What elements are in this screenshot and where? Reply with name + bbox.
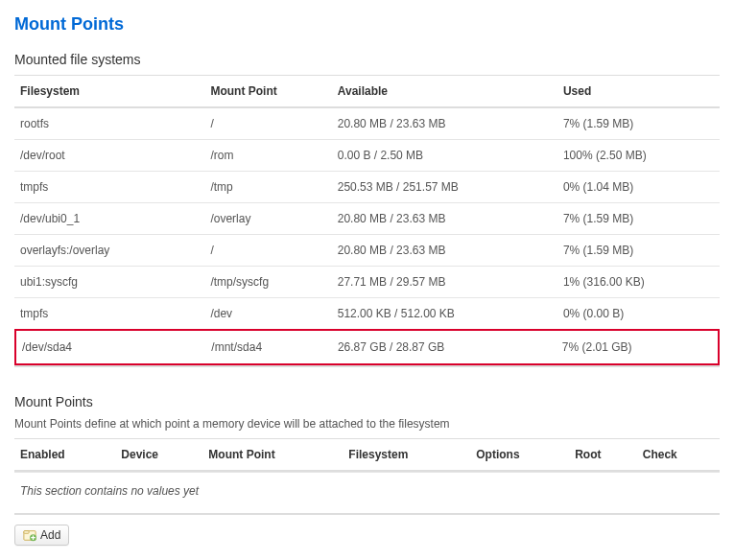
table-row: /dev/root/rom0.00 B / 2.50 MB100% (2.50 … xyxy=(14,140,720,172)
col-check: Check xyxy=(637,439,720,472)
cell-available: 250.53 MB / 251.57 MB xyxy=(332,172,557,203)
cell-mountpoint: /rom xyxy=(204,140,331,172)
cell-filesystem: /dev/root xyxy=(14,140,204,172)
mountpoints-legend: Mount Points xyxy=(14,394,720,409)
col-available: Available xyxy=(332,76,557,108)
mountpoints-empty-message: This section contains no values yet xyxy=(14,472,720,515)
cell-used: 7% (1.59 MB) xyxy=(557,107,720,140)
cell-used: 0% (1.04 MB) xyxy=(557,172,720,203)
cell-used: 100% (2.50 MB) xyxy=(557,140,720,172)
cell-used: 7% (2.01 GB) xyxy=(556,331,718,363)
col-mountpoint: Mount Point xyxy=(204,76,331,108)
table-row: /dev/ubi0_1/overlay20.80 MB / 23.63 MB7%… xyxy=(14,203,720,235)
table-row-highlighted: /dev/sda4/mnt/sda426.87 GB / 28.87 GB7% … xyxy=(14,329,720,366)
cell-available: 20.80 MB / 23.63 MB xyxy=(332,107,557,140)
table-row: rootfs/20.80 MB / 23.63 MB7% (1.59 MB) xyxy=(14,107,720,140)
cell-filesystem: /dev/ubi0_1 xyxy=(14,203,204,235)
highlight-box: /dev/sda4/mnt/sda426.87 GB / 28.87 GB7% … xyxy=(14,329,720,365)
add-icon xyxy=(23,528,36,542)
cell-available: 27.71 MB / 29.57 MB xyxy=(332,267,557,298)
col-root: Root xyxy=(569,439,637,472)
table-row: overlayfs:/overlay/20.80 MB / 23.63 MB7%… xyxy=(14,235,720,267)
cell-filesystem: /dev/sda4 xyxy=(16,331,205,363)
cell-filesystem: rootfs xyxy=(14,107,204,140)
add-button-label: Add xyxy=(40,528,60,542)
svg-rect-1 xyxy=(24,531,29,534)
cell-available: 512.00 KB / 512.00 KB xyxy=(332,298,557,330)
col-options: Options xyxy=(470,439,569,472)
cell-filesystem: overlayfs:/overlay xyxy=(14,235,204,267)
cell-used: 1% (316.00 KB) xyxy=(557,267,720,298)
page-title: Mount Points xyxy=(14,14,720,35)
cell-mountpoint: /overlay xyxy=(204,203,331,235)
cell-available: 20.80 MB / 23.63 MB xyxy=(332,203,557,235)
col-used: Used xyxy=(557,76,720,108)
col-fs: Filesystem xyxy=(343,439,470,472)
col-device: Device xyxy=(115,439,202,472)
cell-mountpoint: / xyxy=(204,107,331,140)
col-mp: Mount Point xyxy=(202,439,343,472)
cell-available: 20.80 MB / 23.63 MB xyxy=(332,235,557,267)
cell-available: 26.87 GB / 28.87 GB xyxy=(332,331,556,363)
mounted-fs-table: Filesystem Mount Point Available Used ro… xyxy=(14,75,720,367)
cell-mountpoint: /tmp xyxy=(204,172,331,203)
mountpoints-table: Enabled Device Mount Point Filesystem Op… xyxy=(14,438,720,472)
cell-used: 7% (1.59 MB) xyxy=(557,235,720,267)
add-button[interactable]: Add xyxy=(14,525,69,546)
table-row: tmpfs/dev512.00 KB / 512.00 KB0% (0.00 B… xyxy=(14,298,720,330)
cell-filesystem: tmpfs xyxy=(14,172,204,203)
cell-used: 7% (1.59 MB) xyxy=(557,203,720,235)
cell-available: 0.00 B / 2.50 MB xyxy=(332,140,557,172)
cell-mountpoint: / xyxy=(204,235,331,267)
mounted-fs-legend: Mounted file systems xyxy=(14,52,720,67)
table-row: ubi1:syscfg/tmp/syscfg27.71 MB / 29.57 M… xyxy=(14,267,720,298)
cell-filesystem: tmpfs xyxy=(14,298,204,330)
cell-mountpoint: /tmp/syscfg xyxy=(204,267,331,298)
cell-used: 0% (0.00 B) xyxy=(557,298,720,330)
table-row: tmpfs/tmp250.53 MB / 251.57 MB0% (1.04 M… xyxy=(14,172,720,203)
col-enabled: Enabled xyxy=(14,439,115,472)
cell-filesystem: ubi1:syscfg xyxy=(14,267,204,298)
mountpoints-description: Mount Points define at which point a mem… xyxy=(14,417,720,431)
cell-mountpoint: /mnt/sda4 xyxy=(205,331,332,363)
col-filesystem: Filesystem xyxy=(14,76,204,108)
cell-mountpoint: /dev xyxy=(204,298,331,330)
table-row: /dev/sda4/mnt/sda426.87 GB / 28.87 GB7% … xyxy=(16,331,718,363)
